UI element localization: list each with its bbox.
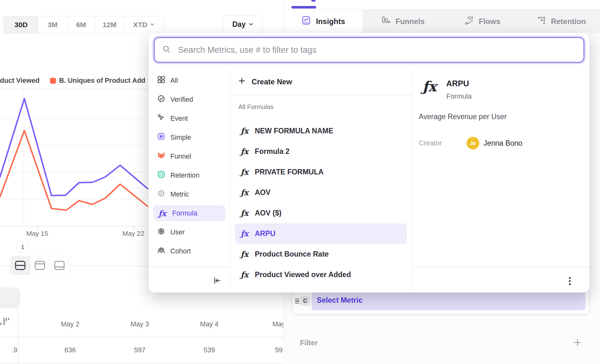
category-formula[interactable]: ƒx Formula [153,205,225,221]
interval-dropdown[interactable]: Day [223,15,263,33]
category-label: Simple [170,134,191,142]
legend-item-series-a[interactable]: duct Viewed [0,77,40,85]
category-funnel[interactable]: Funnel [153,149,225,164]
legend-item-series-b[interactable]: B. Uniques of Product Add [59,77,145,85]
fx-icon: ƒx [239,168,249,176]
formula-list: ƒx NEW FORMULA NAME ƒx Formula 2 ƒx PRIV… [235,121,407,285]
tab-flows[interactable]: Flows [442,10,522,33]
tab-label: Flows [479,17,500,26]
formula-name: Formula 2 [255,147,290,156]
layout-chart-only-toggle[interactable] [30,256,50,275]
metric-search-input[interactable]: Search Metrics, use # to filter to tags [154,37,584,63]
layout-split-toggle[interactable] [11,256,30,275]
user-cluster-icon [157,227,165,237]
formula-list-item[interactable]: ƒx Product Bounce Rate [235,244,407,264]
tab-insights[interactable]: Insights [284,10,363,33]
range-button-cut[interactable] [0,16,3,33]
table-column-divider [18,311,19,364]
fx-icon: ƒx [239,230,249,238]
formulas-section-label: All Formulas [238,103,273,111]
formula-name: Product Viewed over Added [255,270,351,279]
detail-footer-divider [413,267,590,267]
layout-table-only-toggle[interactable] [49,256,69,275]
formula-list-item[interactable]: ƒx AOV [235,182,407,203]
cohort-people-icon [157,246,165,256]
drag-handle-icon[interactable] [295,299,299,305]
tab-label: Retention [551,17,586,26]
top-tab-indicator-fragment [311,0,315,2]
fx-icon: ƒx [239,271,249,279]
collapse-panel-button[interactable] [211,275,223,286]
formula-list-item[interactable]: ƒx Product Viewed over Added [235,264,407,285]
formula-list-item[interactable]: ƒx NEW FORMULA NAME [235,121,407,141]
avatar: JB [467,137,479,149]
detail-description: Average Revenue per User [419,112,507,121]
category-event[interactable]: Event [153,111,225,126]
fx-icon: ƒx [239,148,249,155]
creator-label: Creator [419,139,442,147]
fx-icon: ƒx [239,189,249,197]
collapsed-side-tab [0,288,20,308]
insights-icon [301,15,311,27]
more-options-button[interactable] [564,276,575,286]
category-simple[interactable]: Simple [153,130,225,145]
detail-title: ARPU [446,79,469,88]
fx-icon: ƒx [239,209,249,217]
category-metric[interactable]: Metric [153,186,225,202]
category-verified[interactable]: Verified [153,92,225,107]
category-all[interactable]: All [153,73,225,88]
range-button-3m[interactable]: 3M [38,16,67,33]
interval-label: Day [232,20,246,29]
app-root: 30D 3M 6M 12M XTD Day duct Viewed B. Uni… [0,0,600,364]
category-retention[interactable]: Retention [153,167,225,183]
tab-retention[interactable]: Retention [522,10,600,33]
verified-badge-icon [157,94,165,105]
category-cohort[interactable]: Cohort [153,243,225,259]
top-tab-active-indicator [291,6,316,9]
formula-name: NEW FORMULA NAME [255,127,333,135]
table-row-divider [0,363,283,363]
range-button-xtd[interactable]: XTD [124,16,164,33]
grid-icon [157,76,165,86]
collapse-left-icon [212,276,222,285]
plus-icon [238,77,246,87]
layout-toggle-group [10,256,69,275]
page-number-badge[interactable]: 1 [16,241,29,253]
category-label: Retention [170,172,199,179]
date-range-segmented-control: 30D 3M 6M 12M XTD [0,16,164,34]
legend-swatch-series-b [50,78,56,84]
table-sort-control[interactable] [0,314,18,332]
table-header-cell: May 2 [45,320,95,330]
create-new-label: Create New [252,78,292,86]
formula-list-item[interactable]: ƒx Formula 2 [235,141,407,162]
formula-list-item-selected[interactable]: ƒx ARPU [235,223,407,244]
formula-name: AOV ($) [255,209,281,217]
filter-section-label: Filter [300,339,318,347]
funnel-shape-icon [157,151,165,161]
metric-letter-badge[interactable]: C [300,296,310,306]
cursor-sparkle-icon [157,113,165,124]
range-button-6m[interactable]: 6M [67,16,95,33]
table-header-cell: May [254,320,283,330]
range-button-12m[interactable]: 12M [95,16,124,33]
range-button-30d[interactable]: 30D [3,16,38,33]
category-sidebar: All Verified [149,71,230,292]
category-label: Event [170,115,188,123]
table-cell: 597 [114,346,165,356]
select-metric-label: Select Metric [317,296,363,305]
table-cell: 636 [45,346,95,356]
create-new-button[interactable]: Create New [238,75,292,89]
kebab-menu-icon [569,277,571,285]
formula-list-item[interactable]: ƒx PRIVATE FORMULA [235,162,407,182]
formula-detail-panel: ƒx ARPU Formula Average Revenue per User… [413,71,590,292]
add-filter-button[interactable] [572,337,583,348]
select-metric-row[interactable]: Select Metric [312,290,585,310]
metric-hexagon-icon [157,189,165,199]
chevron-down-icon [248,20,254,29]
category-user[interactable]: User [153,224,225,240]
tab-funnels[interactable]: Funnels [363,10,442,33]
formula-list-item[interactable]: ƒx AOV ($) [235,203,407,223]
x-axis-label: May 15 [15,230,59,237]
range-xtd-label: XTD [133,21,147,29]
category-label: All [170,77,178,85]
